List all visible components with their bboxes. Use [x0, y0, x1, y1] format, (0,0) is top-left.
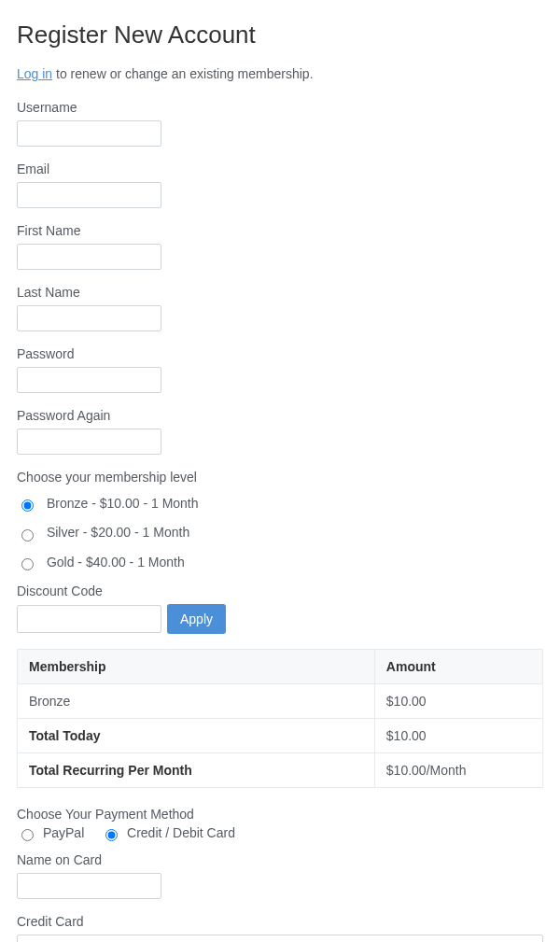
name-on-card-input[interactable]: [17, 873, 161, 899]
membership-radio-silver[interactable]: [21, 529, 34, 541]
table-row: Bronze $10.00: [18, 683, 543, 718]
summary-recurring-label: Total Recurring Per Month: [18, 752, 375, 787]
password2-input[interactable]: [17, 429, 161, 455]
login-link[interactable]: Log in: [17, 66, 52, 81]
membership-option-silver[interactable]: Silver - $20.00 - 1 Month: [17, 525, 189, 540]
email-input[interactable]: [17, 182, 161, 208]
name-on-card-label: Name on Card: [17, 852, 543, 867]
email-label: Email: [17, 162, 543, 176]
membership-option-gold[interactable]: Gold - $40.00 - 1 Month: [17, 555, 185, 569]
payment-choose-label: Choose Your Payment Method: [17, 807, 543, 822]
summary-col-membership: Membership: [18, 649, 375, 683]
payment-radio-card[interactable]: [105, 829, 118, 841]
username-input[interactable]: [17, 120, 161, 147]
discount-input[interactable]: [17, 605, 161, 633]
credit-card-label: Credit Card: [17, 914, 543, 929]
summary-table: Membership Amount Bronze $10.00 Total To…: [17, 649, 543, 788]
password-label: Password: [17, 346, 543, 361]
summary-col-amount: Amount: [374, 649, 542, 683]
membership-option-silver-label: Silver - $20.00 - 1 Month: [47, 525, 189, 540]
payment-option-paypal[interactable]: PayPal: [17, 825, 88, 840]
membership-choose-label: Choose your membership level: [17, 470, 543, 485]
payment-option-card[interactable]: Credit / Debit Card: [101, 825, 235, 840]
table-row: Total Today $10.00: [18, 718, 543, 752]
password-input[interactable]: [17, 367, 161, 393]
payment-paypal-label: PayPal: [43, 825, 84, 840]
summary-total-today-label: Total Today: [18, 718, 375, 752]
intro-text: Log in to renew or change an existing me…: [17, 66, 543, 81]
summary-row-amount: $10.00: [374, 683, 542, 718]
membership-option-bronze-label: Bronze - $10.00 - 1 Month: [47, 496, 199, 511]
summary-row-name: Bronze: [18, 683, 375, 718]
apply-button[interactable]: Apply: [167, 604, 226, 634]
summary-total-today-value: $10.00: [374, 718, 542, 752]
username-label: Username: [17, 100, 543, 115]
membership-radio-gold[interactable]: [21, 558, 34, 570]
lastname-input[interactable]: [17, 305, 161, 331]
credit-card-input[interactable]: Card number MM / YY CVC: [17, 935, 543, 942]
membership-option-bronze[interactable]: Bronze - $10.00 - 1 Month: [17, 496, 199, 511]
firstname-input[interactable]: [17, 244, 161, 270]
table-row: Total Recurring Per Month $10.00/Month: [18, 752, 543, 787]
summary-recurring-value: $10.00/Month: [374, 752, 542, 787]
password2-label: Password Again: [17, 408, 543, 423]
page-title: Register New Account: [17, 21, 543, 49]
intro-rest: to renew or change an existing membershi…: [52, 66, 313, 81]
firstname-label: First Name: [17, 223, 543, 238]
discount-label: Discount Code: [17, 583, 543, 598]
lastname-label: Last Name: [17, 285, 543, 300]
payment-radio-paypal[interactable]: [21, 829, 34, 841]
membership-radio-bronze[interactable]: [21, 499, 34, 512]
membership-option-gold-label: Gold - $40.00 - 1 Month: [47, 555, 185, 569]
payment-card-label: Credit / Debit Card: [127, 825, 235, 840]
